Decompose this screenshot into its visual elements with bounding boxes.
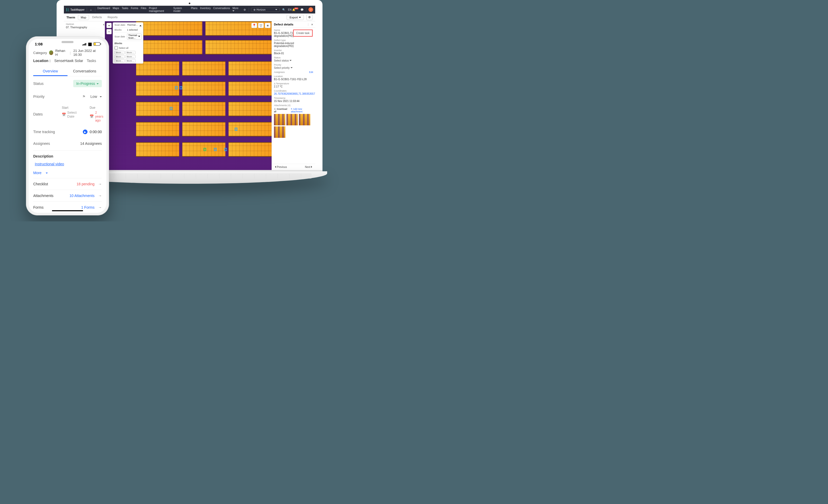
tab-overview[interactable]: Overview — [33, 67, 68, 76]
panel-title: Defect details — [274, 23, 293, 26]
tab-defects[interactable]: Defects — [90, 15, 105, 20]
breadcrumb-parent: Horizon — [66, 23, 102, 26]
priority-dropdown[interactable]: ⚑ Low — [82, 94, 102, 99]
module-settings-button[interactable]: ⚙ — [306, 14, 313, 20]
location-row: Location : SenseHawk Solar Tasks — [33, 59, 102, 63]
play-button[interactable]: ▶ — [83, 129, 87, 134]
nav-tasks[interactable]: Tasks — [122, 7, 128, 12]
collapse-left-icon[interactable] — [102, 24, 104, 26]
avatar — [49, 50, 53, 55]
brand: ┃║ TaskMapper — [66, 8, 85, 11]
bell-icon[interactable]: 🔔9+ — [294, 7, 298, 12]
select-all-checkbox[interactable]: Select all — [113, 46, 143, 50]
chevron-down-icon — [96, 82, 99, 86]
settings-icon[interactable]: ⚙ — [243, 7, 247, 12]
calendar-icon: 📅 — [62, 113, 66, 117]
close-icon[interactable]: ✕ — [311, 23, 313, 26]
block-chip[interactable]: Block-... — [125, 51, 135, 54]
timestamp-value: 15 Nov 2021 11:03:44 — [274, 100, 313, 102]
coordinates-link[interactable]: 26.70783626983865,71.38935355717994 — [274, 92, 313, 95]
nav-system-model[interactable]: System model — [173, 7, 189, 12]
map-tools: 📍 ▽ ≡ — [251, 23, 271, 28]
nav-dashboard[interactable]: Dashboard — [97, 7, 110, 12]
breadcrumb-current: 07. Thermography — [66, 26, 102, 29]
topbar: ┃║ TaskMapper ⌂ Dashboard Maps Tasks For… — [64, 6, 315, 13]
tab-conversations[interactable]: Conversations — [68, 67, 102, 76]
workspace-select[interactable]: ⊕ Horizon — [251, 7, 280, 12]
instructional-video-link[interactable]: Instructional video — [35, 162, 64, 166]
chat-icon[interactable]: 💬 — [300, 7, 304, 12]
wifi-icon — [88, 42, 92, 46]
attachments-label: Attachments (4) — [274, 104, 313, 107]
home-icon[interactable]: ⌂ — [89, 7, 93, 12]
more-toggle[interactable]: More — [33, 168, 102, 178]
zoom-out-button[interactable]: − — [107, 29, 112, 34]
defect-type-value: Potential-induced degradation(PID) — [274, 42, 313, 47]
status-dropdown[interactable]: Select status — [274, 59, 292, 62]
attachments-row[interactable]: Attachments 10 Attachments → — [33, 190, 102, 201]
attachment-thumb[interactable] — [274, 126, 285, 138]
priority-dropdown[interactable]: Select priority — [274, 67, 293, 69]
calendar-icon: 📅 — [90, 115, 94, 118]
status-dropdown[interactable]: In-Progress — [73, 80, 102, 87]
map-area[interactable]: + − 📍 ▽ ≡ Scan date: Thermal-Scan... — [105, 21, 272, 170]
nav-files[interactable]: Files — [141, 7, 146, 12]
attachment-thumb[interactable] — [274, 114, 285, 125]
tab-reports[interactable]: Reports — [105, 15, 120, 20]
zoom-controls: + − — [107, 23, 112, 34]
select-all-input[interactable] — [115, 46, 118, 50]
layers-icon[interactable]: ≡ — [265, 23, 271, 28]
attachment-thumb[interactable] — [286, 114, 298, 125]
defect-details-panel: Defect details ⋮ ✕ Name B1-I1-SCB01-T161… — [272, 21, 315, 170]
filter-icon[interactable]: ▽ — [258, 23, 264, 28]
edit-assignees-link[interactable]: Edit — [309, 71, 313, 74]
scan-date-dropdown[interactable]: Thermal-Scan... — [127, 34, 141, 40]
brand-label: TaskMapper — [70, 8, 84, 11]
attachments-label: Attachments — [33, 194, 69, 198]
nav-conversations[interactable]: Conversations — [213, 7, 230, 12]
more-icon[interactable]: ⋮ — [307, 23, 309, 26]
block-chip[interactable]: Block-... — [115, 59, 125, 62]
nav-maps[interactable]: Maps — [113, 7, 119, 12]
module-bar: Therm Map Defects Reports Export ⚙ — [64, 13, 315, 21]
nav-more[interactable]: More — [233, 7, 240, 12]
nav-inventory[interactable]: Inventory — [200, 7, 211, 12]
download-all-link[interactable]: Download all — [274, 108, 289, 113]
due-date-value[interactable]: 📅2 years ago — [90, 111, 104, 122]
location-value: SenseHawk Solar — [54, 59, 83, 63]
temperature-value: 2.17 °C — [274, 85, 313, 88]
separator — [87, 7, 87, 12]
phone-tabs: Overview Conversations — [33, 67, 102, 76]
previous-button[interactable]: Previous — [274, 166, 287, 168]
tab-map[interactable]: Map — [78, 15, 89, 20]
attachment-thumb[interactable] — [299, 114, 310, 125]
language-label[interactable]: EN — [288, 8, 292, 11]
add-attachment-link[interactable]: Add new attachment — [291, 108, 313, 113]
scan-date-value: Thermal-Scan... — [127, 24, 138, 26]
nav-project-management[interactable]: Project management — [149, 7, 171, 12]
statusbar-time: 1:08 — [35, 42, 43, 46]
assignees-value[interactable]: 14 Assignees — [80, 141, 102, 145]
pin-tool-icon[interactable]: 📍 — [251, 23, 257, 28]
separator — [95, 7, 95, 12]
avatar[interactable]: J — [308, 7, 313, 12]
chevron-up-icon[interactable] — [139, 24, 141, 27]
nav-forms[interactable]: Forms — [131, 7, 138, 12]
checklist-value: 18 pending — [77, 182, 94, 186]
block-chip[interactable]: Block-... — [115, 51, 125, 54]
next-button[interactable]: Next — [305, 166, 313, 168]
status-label: Status — [33, 82, 62, 86]
due-date-label: Due — [90, 106, 104, 110]
separator — [306, 7, 306, 12]
create-task-menu-item[interactable]: Create task — [293, 30, 313, 37]
export-button[interactable]: Export — [287, 15, 304, 20]
start-date-picker[interactable]: 📅Select Date — [62, 111, 77, 118]
block-chip[interactable]: Block-... — [125, 59, 135, 62]
checklist-row[interactable]: Checklist 18 pending → — [33, 178, 102, 190]
blocks-label: Blocks: — [115, 29, 126, 31]
block-chip[interactable]: Block-... — [125, 55, 135, 58]
nav-plans[interactable]: Plans — [191, 7, 197, 12]
search-icon[interactable]: 🔍 — [282, 7, 286, 12]
block-chip[interactable]: Block-... — [115, 55, 125, 58]
zoom-in-button[interactable]: + — [107, 23, 112, 28]
